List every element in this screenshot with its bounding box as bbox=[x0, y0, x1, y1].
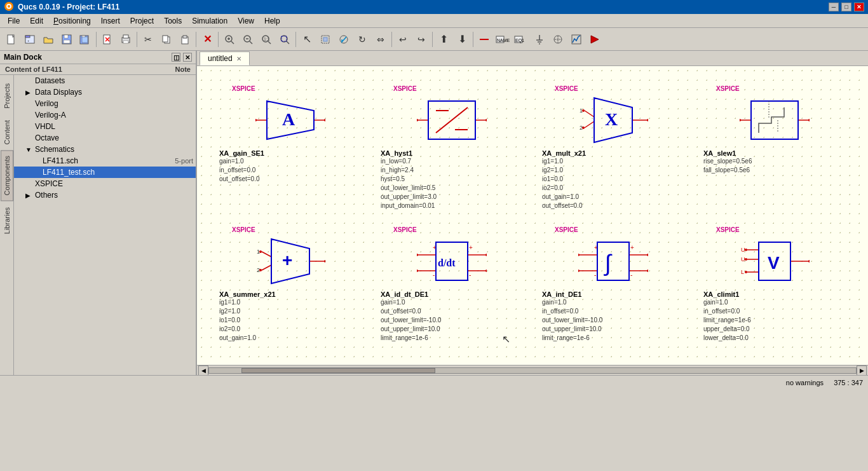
side-tab-components[interactable]: Components bbox=[1, 150, 13, 201]
move-up-button[interactable]: ⬆ bbox=[435, 31, 452, 48]
toolbar-sep3 bbox=[196, 32, 196, 47]
redo-button[interactable]: ↪ bbox=[412, 31, 430, 48]
close-button[interactable]: ✕ bbox=[854, 3, 864, 11]
svg-rect-120 bbox=[597, 242, 629, 280]
zoom-in-button[interactable] bbox=[220, 31, 238, 48]
canvas-area[interactable]: XSPICE A XA_gain_SE1 bbox=[197, 66, 868, 365]
tree-item-verilog-a[interactable]: Verilog-A bbox=[14, 109, 196, 121]
copy-button[interactable] bbox=[158, 31, 175, 48]
xspice-label-integ: XSPICE bbox=[555, 226, 578, 233]
menu-insert[interactable]: Insert bbox=[96, 15, 125, 27]
menu-positioning[interactable]: Positioning bbox=[48, 15, 96, 27]
undo-button[interactable]: ↩ bbox=[394, 31, 412, 48]
component-name-button[interactable]: NAME bbox=[494, 31, 512, 48]
dock-float-button[interactable]: ◫ bbox=[172, 53, 180, 62]
comp-name-mult: XA_mult_x21 bbox=[536, 149, 691, 157]
paste-button[interactable] bbox=[176, 31, 194, 48]
schematic-canvas[interactable]: XSPICE A XA_gain_SE1 bbox=[197, 66, 868, 365]
hscroll-thumb[interactable] bbox=[241, 368, 435, 373]
tree-item-verilog[interactable]: Verilog bbox=[14, 98, 196, 109]
menu-edit[interactable]: Edit bbox=[25, 15, 48, 27]
expand-icon-datadisplays: ▶ bbox=[25, 89, 33, 96]
zoom-out-button[interactable] bbox=[239, 31, 257, 48]
new-button[interactable] bbox=[3, 31, 20, 48]
comp-xa-int-de1: XSPICE + + - - bbox=[532, 220, 694, 352]
equation-button[interactable]: EQ1 bbox=[512, 31, 530, 48]
tree-item-lf411[interactable]: LF411.sch 5-port bbox=[14, 155, 196, 167]
tree-item-octave[interactable]: Octave bbox=[14, 132, 196, 144]
tree-item-vhdl[interactable]: VHDL bbox=[14, 121, 196, 132]
left-dock-inner: Projects Content Components Libraries Da… bbox=[0, 75, 196, 375]
ground-button[interactable] bbox=[531, 31, 548, 48]
toolbar-sep6 bbox=[391, 32, 392, 47]
minimize-button[interactable]: ─ bbox=[829, 3, 839, 11]
save-all-button[interactable] bbox=[76, 31, 94, 48]
comp-xa-gain-se1: XSPICE A XA_gain_SE1 bbox=[210, 79, 371, 220]
svg-point-80 bbox=[808, 119, 810, 121]
cut-button[interactable]: ✂ bbox=[139, 31, 157, 48]
tree-item-others[interactable]: ▶ Others bbox=[14, 189, 196, 201]
tree-item-lf411-test[interactable]: LF411_test.sch bbox=[14, 167, 196, 178]
print-button[interactable] bbox=[117, 31, 135, 48]
component-grid: XSPICE A XA_gain_SE1 bbox=[197, 66, 868, 365]
menu-view[interactable]: View bbox=[233, 15, 259, 27]
comp-params-slew: rise_slope=0.5e6fall_slope=0.5e6 bbox=[697, 157, 852, 175]
rotate-button[interactable]: ↻ bbox=[353, 31, 371, 48]
menu-help[interactable]: Help bbox=[259, 15, 285, 27]
svg-text:-: - bbox=[594, 271, 596, 278]
menu-file[interactable]: File bbox=[3, 15, 25, 27]
maximize-button[interactable]: □ bbox=[841, 3, 851, 11]
comp-params-summer: ig1=1.0ig2=1.0io1=0.0io2=0.0out_gain=1.0 bbox=[213, 298, 368, 343]
select-button[interactable]: ↖ bbox=[298, 31, 316, 48]
svg-point-74 bbox=[647, 119, 648, 121]
diagram-button[interactable] bbox=[567, 31, 585, 48]
side-tab-libraries[interactable]: Libraries bbox=[1, 201, 13, 240]
svg-point-101 bbox=[417, 270, 418, 272]
menu-project[interactable]: Project bbox=[125, 15, 159, 27]
comp-params-deriv: gain=1.0out_offset=0.0out_lower_limit=-1… bbox=[374, 298, 529, 343]
menu-simulation[interactable]: Simulation bbox=[187, 15, 233, 27]
canvas-tab-untitled[interactable]: untitled ✕ bbox=[200, 51, 250, 65]
comp-xa-mult-x21: XSPICE 1 2 bbox=[532, 79, 694, 220]
scroll-right-button[interactable]: ▶ bbox=[857, 365, 867, 376]
tree-item-schematics[interactable]: ▼ Schematics bbox=[14, 144, 196, 155]
svg-point-91 bbox=[324, 260, 325, 263]
simulate-button[interactable] bbox=[586, 31, 604, 48]
svg-point-89 bbox=[259, 269, 262, 271]
horizontal-scrollbar[interactable]: ◀ ▶ bbox=[197, 365, 868, 375]
toolbar-sep5 bbox=[295, 32, 296, 47]
titlebar-controls: ─ □ ✕ bbox=[829, 3, 864, 11]
open-button[interactable] bbox=[39, 31, 57, 48]
move-down-button[interactable]: ⬇ bbox=[453, 31, 471, 48]
zoom-selection-button[interactable] bbox=[276, 31, 294, 48]
dock-close-button[interactable]: ✕ bbox=[183, 53, 192, 62]
menu-tools[interactable]: Tools bbox=[159, 15, 187, 27]
tab-close-button[interactable]: ✕ bbox=[236, 55, 241, 62]
edit-activate-button[interactable] bbox=[335, 31, 353, 48]
delete-button[interactable]: ✕ bbox=[198, 31, 216, 48]
symbol-deriv: + + - - bbox=[417, 236, 487, 287]
svg-rect-17 bbox=[123, 35, 128, 38]
svg-text:+: + bbox=[282, 250, 292, 270]
save-button[interactable] bbox=[58, 31, 76, 48]
svg-text:A: A bbox=[282, 109, 295, 129]
zoom-fit-button[interactable]: 1:1 bbox=[257, 31, 275, 48]
dock-col-content: Content of LF411 bbox=[0, 64, 67, 74]
tree-item-datasets[interactable]: Datasets bbox=[14, 75, 196, 86]
scroll-left-button[interactable]: ◀ bbox=[198, 365, 208, 376]
comp-params-climit: gain=1.0in_offset=0.0limit_range=1e-6upp… bbox=[697, 298, 852, 343]
svg-line-24 bbox=[231, 41, 234, 44]
select-all-button[interactable] bbox=[316, 31, 334, 48]
xspice-label-gain: XSPICE bbox=[232, 85, 255, 92]
close-file-button[interactable] bbox=[98, 31, 116, 48]
hscroll-track[interactable] bbox=[208, 367, 857, 374]
side-tab-projects[interactable]: Projects bbox=[1, 78, 13, 114]
tree-item-xspice[interactable]: XSPICE bbox=[14, 178, 196, 189]
tree-item-datadisplays[interactable]: ▶ Data Displays bbox=[14, 86, 196, 98]
wire-button[interactable] bbox=[475, 31, 493, 48]
side-tab-content[interactable]: Content bbox=[1, 114, 13, 151]
mirror-button[interactable]: ⇔ bbox=[372, 31, 390, 48]
new-project-button[interactable]: + bbox=[21, 31, 39, 48]
marker-button[interactable] bbox=[549, 31, 567, 48]
comp-params-integ: gain=1.0in_offset=0.0out_lower_limit=-10… bbox=[536, 298, 691, 343]
